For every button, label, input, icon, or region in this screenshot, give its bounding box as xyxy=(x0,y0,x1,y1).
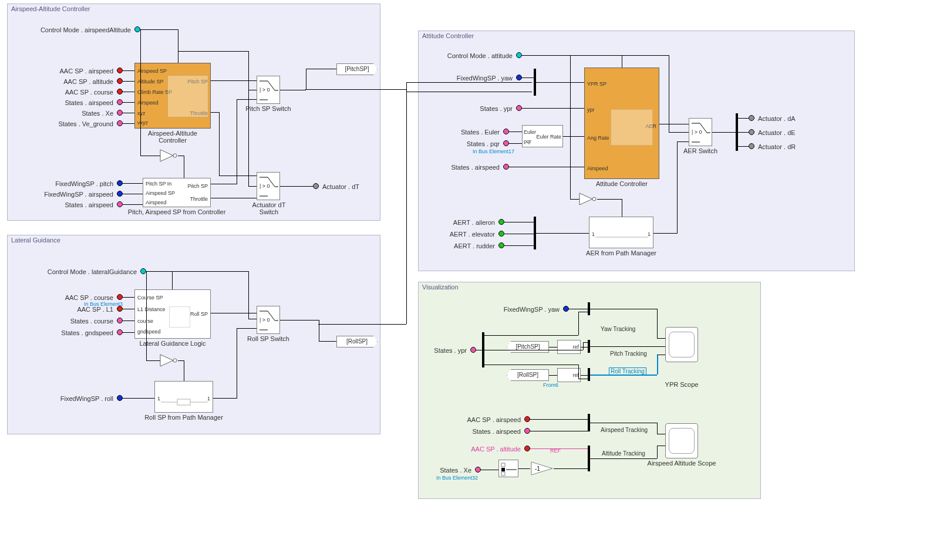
svg-marker-0 xyxy=(160,150,173,161)
svg-line-23 xyxy=(700,123,707,133)
not-gate-1 xyxy=(159,149,179,163)
aac-subsystem[interactable]: Airspeed SP Altitude SP Climb Rate SP Ai… xyxy=(134,63,211,129)
svg-marker-19 xyxy=(579,193,592,205)
port-states-ve[interactable] xyxy=(117,120,123,126)
goto-rollsp[interactable]: [RollSP] xyxy=(336,336,378,348)
port-vis-states-ypr[interactable] xyxy=(470,347,476,353)
svg-rect-12 xyxy=(177,399,190,405)
panel-title-att: Attitude Controller xyxy=(422,32,474,39)
port-states-euler[interactable] xyxy=(503,129,509,134)
port-label-actuator-da: Actuator . dA xyxy=(758,115,796,122)
port-label-aert-elev: AERT . elevator xyxy=(436,231,495,238)
port-label-actuator-de: Actuator . dE xyxy=(758,129,796,136)
port-course-sp[interactable] xyxy=(117,89,123,95)
roll-sp-switch[interactable]: | > 0 xyxy=(257,306,280,334)
aer-from-path-manager[interactable]: 1 1 xyxy=(589,217,653,248)
port-label-actuator-dr: Actuator . dR xyxy=(758,143,796,150)
port-fw-yaw[interactable] xyxy=(516,75,522,80)
panel-airspeed-altitude: Airspeed-Altitude Controller Control Mod… xyxy=(7,4,380,221)
port-lat-states-course[interactable] xyxy=(117,318,123,323)
port-actuator-dt[interactable] xyxy=(313,183,319,189)
port-lat-mode[interactable] xyxy=(140,268,146,274)
panel-title-vis: Visualization xyxy=(422,284,459,291)
port-states-airspeed[interactable] xyxy=(117,99,123,105)
attitude-controller-caption: Attitude Controller xyxy=(584,180,659,187)
port-label-states-airspeed2: States . airspeed xyxy=(31,201,113,208)
svg-text:-1: -1 xyxy=(535,465,540,472)
port-states-xe[interactable] xyxy=(117,110,123,116)
port-label-states-airspeed-att: States . airspeed xyxy=(430,164,500,171)
label-pitch-tracking: Pitch Tracking xyxy=(610,350,647,357)
port-label-fw-pitch: FixedWingSP . pitch xyxy=(31,180,113,187)
port-label-actuator-dt: Actuator . dT xyxy=(322,183,359,190)
svg-rect-27 xyxy=(501,468,505,471)
from-rollsp[interactable]: [RollSP] xyxy=(507,369,549,381)
aer-pm-caption: AER from Path Manager xyxy=(583,249,659,257)
aac-pitch-from-controller[interactable]: Pitch SP In Airspeed SP Airspeed Pitch S… xyxy=(143,178,211,207)
svg-point-11 xyxy=(173,359,177,362)
port-mode[interactable] xyxy=(134,26,140,32)
port-states-airspeed-att[interactable] xyxy=(503,164,509,170)
svg-rect-28 xyxy=(501,472,505,475)
port-states-pqr[interactable] xyxy=(503,140,509,146)
svg-line-4 xyxy=(268,81,275,90)
port-altitude-sp[interactable] xyxy=(117,78,123,84)
port-label-course-sp: AAC SP . course xyxy=(37,89,113,96)
ref-block-1[interactable]: ref xyxy=(557,340,581,354)
aac-subsystem-caption: Airspeed-Altitude Controller xyxy=(134,130,211,144)
port-label-lat-states-course: States . course xyxy=(43,318,113,325)
port-label-vis-aac-altitude: AAC SP . altitude xyxy=(454,446,521,453)
port-actuator-dr[interactable] xyxy=(749,143,754,149)
pitch-sp-switch-caption: Pitch SP Switch xyxy=(245,105,292,112)
port-label-vis-states-ypr: States . ypr xyxy=(420,347,467,354)
airspeed-altitude-scope-caption: Airspeed Altitude Scope xyxy=(643,460,720,467)
ypr-scope[interactable] xyxy=(665,327,698,362)
airspeed-altitude-scope[interactable] xyxy=(665,423,698,458)
port-states-airspeed2[interactable] xyxy=(117,201,123,207)
label-yaw-tracking: Yaw Tracking xyxy=(601,326,635,332)
port-fw-pitch[interactable] xyxy=(117,180,123,186)
aer-switch[interactable]: | > 0 xyxy=(689,118,712,146)
roll-sp-from-path-manager[interactable]: 1 1 xyxy=(154,381,213,413)
goto-pitchsp[interactable]: [PitchSP] xyxy=(336,63,378,75)
svg-line-8 xyxy=(268,177,275,187)
port-fw-roll[interactable] xyxy=(117,395,123,401)
svg-point-1 xyxy=(173,154,177,157)
port-label-lat-l1: AAC SP . L1 xyxy=(43,306,113,313)
from-pitchsp[interactable]: [PitchSP] xyxy=(507,341,549,353)
port-aert-elev[interactable] xyxy=(498,231,504,237)
actuator-dt-switch[interactable]: | > 0 xyxy=(257,172,280,200)
ypr-scope-caption: YPR Scope xyxy=(656,381,707,388)
port-label-lat-states-gnd: States . gndspeed xyxy=(43,329,113,336)
port-actuator-de[interactable] xyxy=(749,129,754,135)
pitch-sp-switch[interactable]: | > 0 xyxy=(257,76,280,104)
port-att-mode[interactable] xyxy=(516,52,522,58)
port-actuator-da[interactable] xyxy=(749,115,754,121)
selector-block[interactable] xyxy=(498,460,518,477)
port-label-att-mode: Control Mode . attitude xyxy=(430,52,513,59)
port-vis-aac-altitude[interactable] xyxy=(524,446,530,451)
port-label-vis-fw-yaw: FixedWingSP . yaw xyxy=(477,306,560,313)
note-inbus32: In Bus Element32 xyxy=(436,475,478,481)
note-inbus17: In Bus Element17 xyxy=(473,149,514,154)
port-lat-states-gnd[interactable] xyxy=(117,329,123,335)
attitude-controller-subsystem[interactable]: YPR SP ypr Ang Rate Airspeed AER xyxy=(584,68,659,179)
port-vis-states-xe[interactable] xyxy=(475,467,481,473)
port-aert-rud[interactable] xyxy=(498,242,504,248)
port-vis-states-airspeed[interactable] xyxy=(524,428,530,434)
label-airspeed-tracking: Airspeed Tracking xyxy=(601,427,648,433)
ref-block-2[interactable]: ref xyxy=(557,368,581,382)
euler-rate-block[interactable]: Euler pqr Euler Rate xyxy=(522,125,563,147)
port-vis-aac-airspeed[interactable] xyxy=(524,416,530,422)
port-lat-l1[interactable] xyxy=(117,306,123,312)
note-from6: From6 xyxy=(543,382,558,388)
port-airspeed-sp[interactable] xyxy=(117,68,123,73)
port-label-vis-states-airspeed: States . airspeed xyxy=(454,428,521,435)
panel-title-lat: Lateral Guidance xyxy=(11,237,60,244)
port-fw-airspeed[interactable] xyxy=(117,191,123,197)
port-aert-ail[interactable] xyxy=(498,219,504,225)
port-lat-course[interactable] xyxy=(117,294,123,300)
port-vis-fw-yaw[interactable] xyxy=(563,306,569,312)
port-states-ypr[interactable] xyxy=(516,105,522,111)
gain-block[interactable]: -1 xyxy=(530,461,554,476)
